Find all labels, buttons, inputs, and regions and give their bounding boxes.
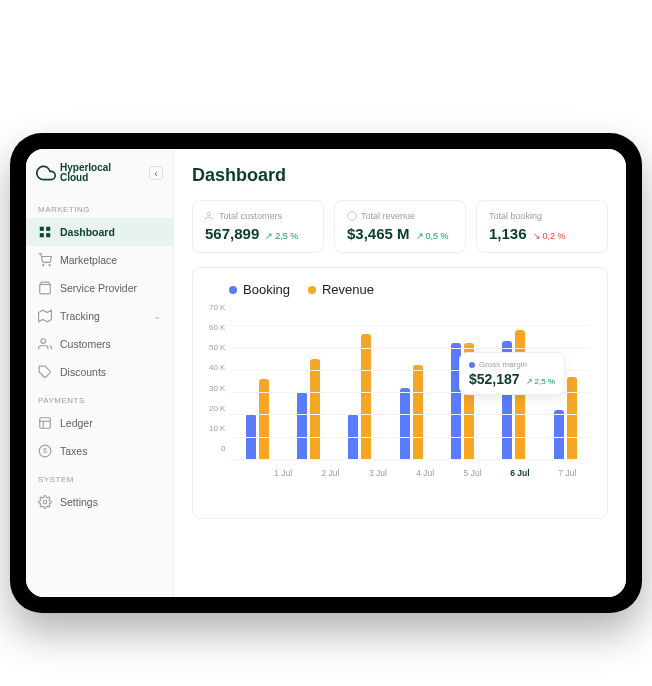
nav-label: Settings [60,496,98,508]
bar[interactable] [361,334,371,459]
brand: Hyperlocal Cloud ‹ [26,159,173,195]
svg-point-16 [207,212,210,215]
y-tick: 50 K [209,343,225,352]
trend-down-icon: ↘ 0,2 % [533,231,566,241]
bar-group[interactable] [295,303,323,459]
tooltip-value: $52,187 [469,371,520,387]
nav-label: Taxes [60,445,87,457]
bar[interactable] [400,388,410,459]
nav-label: Customers [60,338,111,350]
screen: Hyperlocal Cloud ‹ MARKETING Dashboard M… [26,149,626,597]
gear-icon [38,495,52,509]
y-tick: 70 K [209,303,225,312]
chevron-down-icon: ⌄ [154,312,161,321]
map-icon [38,309,52,323]
bar[interactable] [297,392,307,459]
section-marketing: MARKETING [26,195,173,218]
trend-up-icon: ↗ 2,5 % [265,231,298,241]
x-tick: 5 Jul [459,468,487,478]
tag-icon [38,365,52,379]
dot-icon [308,286,316,294]
section-payments: PAYMENTS [26,386,173,409]
sidebar-item-discounts[interactable]: Discounts [26,358,173,386]
svg-marker-7 [39,310,52,322]
nav-label: Dashboard [60,226,115,238]
svg-text:$: $ [43,447,47,454]
sidebar-item-taxes[interactable]: $ Taxes [26,437,173,465]
dollar-icon [347,211,357,221]
svg-rect-3 [46,233,50,237]
users-icon [205,211,215,221]
stat-value: 567,899 [205,225,259,242]
tooltip-label: Gross margin [469,360,555,369]
stat-label: Total customers [205,211,311,221]
page-title: Dashboard [192,165,608,186]
basket-icon [38,281,52,295]
bar[interactable] [259,379,269,459]
sidebar-item-settings[interactable]: Settings [26,488,173,516]
legend-booking[interactable]: Booking [229,282,290,297]
legend-revenue[interactable]: Revenue [308,282,374,297]
chart-card: Booking Revenue 70 K60 K50 K40 K30 K20 K… [192,267,608,519]
chart-legend: Booking Revenue [229,282,591,297]
stat-total-revenue[interactable]: Total revenue $3,465 M ↗ 0,5 % [334,200,466,253]
trend-text: 2,5 % [275,231,298,241]
dot-icon [469,362,475,368]
sidebar: Hyperlocal Cloud ‹ MARKETING Dashboard M… [26,149,174,597]
bar-group[interactable] [397,303,425,459]
x-tick: 3 Jul [364,468,392,478]
sidebar-item-service-provider[interactable]: Service Provider [26,274,173,302]
stat-label-text: Total revenue [361,211,415,221]
svg-rect-0 [40,227,44,231]
stat-label: Total booking [489,211,595,221]
brand-name: Hyperlocal Cloud [60,163,111,183]
stat-total-customers[interactable]: Total customers 567,899 ↗ 2,5 % [192,200,324,253]
stat-label: Total revenue [347,211,453,221]
legend-label: Revenue [322,282,374,297]
bar[interactable] [554,410,564,459]
collapse-sidebar-button[interactable]: ‹ [149,166,163,180]
dot-icon [229,286,237,294]
stat-value: 1,136 [489,225,527,242]
y-tick: 40 K [209,363,225,372]
bar-group[interactable] [346,303,374,459]
stat-label-text: Total booking [489,211,542,221]
trend-text: 0,2 % [543,231,566,241]
y-axis: 70 K60 K50 K40 K30 K20 K10 K0 [209,303,231,453]
y-tick: 60 K [209,323,225,332]
x-tick: 2 Jul [317,468,345,478]
stat-total-booking[interactable]: Total booking 1,136 ↘ 0,2 % [476,200,608,253]
tablet-frame: Hyperlocal Cloud ‹ MARKETING Dashboard M… [10,133,642,613]
sidebar-item-tracking[interactable]: Tracking ⌄ [26,302,173,330]
svg-rect-10 [40,418,51,429]
bar[interactable] [413,365,423,459]
sidebar-item-marketplace[interactable]: Marketplace [26,246,173,274]
svg-rect-2 [40,233,44,237]
sidebar-item-customers[interactable]: Customers [26,330,173,358]
nav-label: Tracking [60,310,100,322]
svg-point-17 [348,212,356,220]
svg-point-15 [43,500,47,504]
sidebar-item-ledger[interactable]: Ledger [26,409,173,437]
nav-label: Marketplace [60,254,117,266]
trend-up-icon: ↗ 0,5 % [416,231,449,241]
cart-icon [38,253,52,267]
stats-row: Total customers 567,899 ↗ 2,5 % Total re… [192,200,608,253]
bar-group[interactable] [243,303,271,459]
nav-label: Service Provider [60,282,137,294]
bar[interactable] [567,377,577,459]
grid-icon [38,416,52,430]
stat-label-text: Total customers [219,211,282,221]
x-axis: 1 Jul2 Jul3 Jul4 Jul5 Jul6 Jul7 Jul [259,468,591,478]
bar[interactable] [310,359,320,459]
y-tick: 20 K [209,404,225,413]
sidebar-item-dashboard[interactable]: Dashboard [26,218,173,246]
tooltip-label-text: Gross margin [479,360,527,369]
brand-logo-icon [36,163,56,183]
x-tick: 7 Jul [553,468,581,478]
dashboard-icon [38,225,52,239]
svg-point-5 [49,265,50,266]
brand-line2: Cloud [60,173,111,183]
dollar-icon: $ [38,444,52,458]
svg-point-8 [41,339,46,344]
